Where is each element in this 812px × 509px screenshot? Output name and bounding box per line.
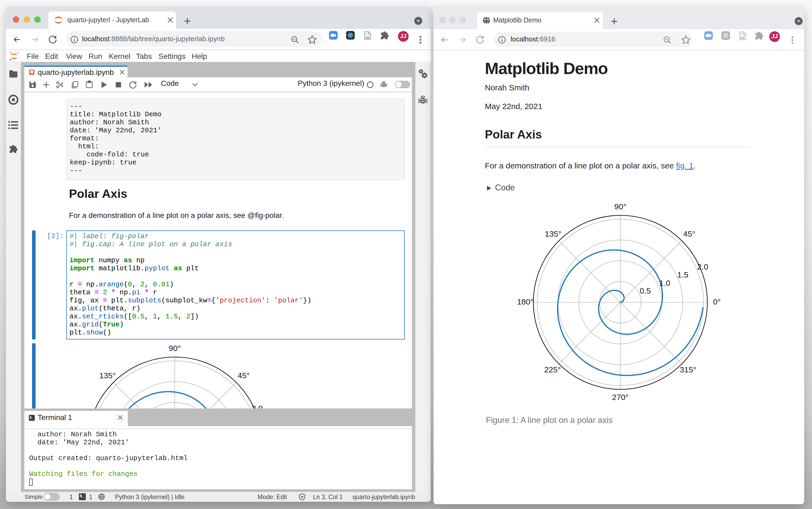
svg-text:270°: 270°	[612, 393, 629, 401]
svg-text:315°: 315°	[680, 365, 696, 374]
svg-text:2.0: 2.0	[697, 262, 708, 271]
svg-text:225°: 225°	[544, 365, 561, 374]
svg-text:1.0: 1.0	[659, 278, 670, 287]
svg-text:0°: 0°	[713, 297, 721, 306]
svg-text:45°: 45°	[683, 229, 695, 238]
svg-text:1.5: 1.5	[677, 270, 689, 279]
svg-text:90°: 90°	[614, 202, 626, 211]
svg-text:0.5: 0.5	[640, 286, 651, 295]
svg-text:135°: 135°	[99, 371, 116, 380]
svg-text:2.0: 2.0	[251, 404, 263, 408]
svg-text:180°: 180°	[517, 297, 533, 306]
svg-text:45°: 45°	[238, 371, 250, 380]
svg-text:135°: 135°	[545, 229, 561, 238]
svg-text:90°: 90°	[169, 343, 181, 352]
